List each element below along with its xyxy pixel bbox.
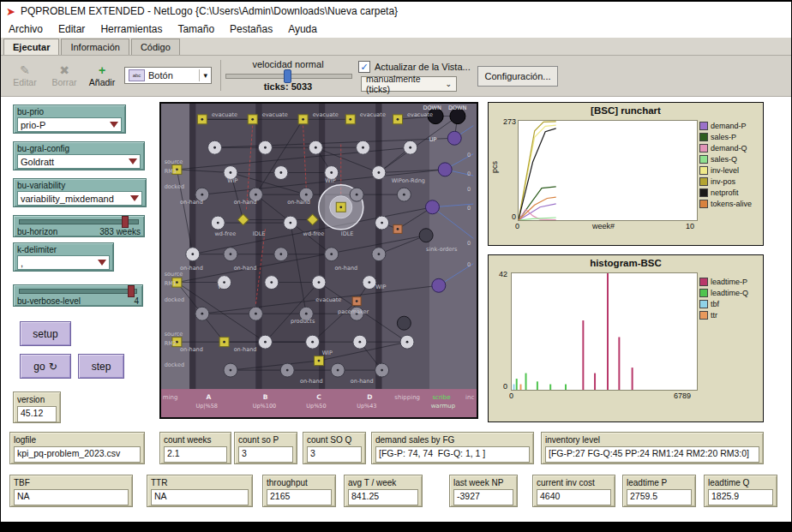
world-label: evacuate (262, 111, 288, 118)
chooser-value: , (21, 258, 23, 268)
go-button-label: go (33, 361, 45, 373)
chooser-label: bu-variability (17, 181, 142, 190)
world-label: source (165, 331, 183, 338)
world-node-dot (279, 253, 282, 255)
monitor-label: count so P (238, 435, 293, 445)
legend-swatch (699, 133, 708, 141)
edit-widget-button[interactable]: ✎ Editar (6, 58, 44, 93)
chooser-value: prio-P (21, 120, 45, 130)
monitor-avg-t-week: avg T / week 841.25 (344, 475, 423, 507)
slider-track[interactable] (19, 219, 139, 224)
speed-slider[interactable] (225, 74, 352, 79)
monitor-label: TBF (14, 478, 129, 487)
view-updates-checkbox[interactable]: ✓ (358, 61, 370, 73)
world-node-dot (279, 171, 282, 174)
world-node-dot (289, 222, 291, 224)
legend-swatch (699, 200, 708, 208)
world-node-dot (201, 194, 203, 196)
tab-informacion[interactable]: Información (61, 39, 129, 55)
monitor-label: logfile (14, 435, 141, 445)
chevron-down-icon: ▾ (203, 71, 207, 80)
monitor-value: 2.1 (164, 446, 227, 463)
menu-herramientas[interactable]: Herramientas (93, 21, 170, 37)
world-node-dot (378, 253, 381, 255)
monitor-count-so-p: count so P 3 (234, 432, 297, 464)
add-widget-button[interactable]: + Añadir (83, 58, 121, 93)
slider-track[interactable] (19, 289, 137, 294)
world-node-dot (311, 341, 314, 344)
strip-text: inc (465, 394, 474, 401)
y-axis-label: pcs (490, 161, 499, 173)
world-label: docked (165, 296, 184, 303)
world-label: on-hand (334, 265, 357, 272)
chooser-bu-prio[interactable]: bu-prio prio-P (13, 105, 126, 134)
world-node-dot (302, 118, 304, 121)
world-label: on-hand (180, 265, 203, 272)
slider-bu-horizon[interactable]: bu-horizon 383 weeks (13, 215, 145, 237)
world-node-dot (403, 194, 405, 196)
legend-item: tbf (699, 298, 748, 309)
settings-button[interactable]: Configuración... (477, 66, 558, 87)
world-node-dot (356, 300, 358, 302)
world-label: docked (165, 362, 184, 368)
world-node-dot (381, 222, 383, 224)
world-view[interactable]: evacuateevacuateevacuateevacuateevacuate… (159, 102, 478, 419)
slider-handle[interactable] (122, 216, 129, 228)
chooser-label: k-delimiter (17, 245, 110, 254)
world-label: 0 (467, 170, 471, 177)
runchart-plot: [BSC] runchart 273 0 pcs 0 10 week# dema… (488, 102, 764, 246)
setup-button[interactable]: setup (20, 321, 71, 346)
world-node-circle (447, 131, 461, 145)
monitor-demand-sales: demand sales by FG [FG-P: 74, 74 FG-Q: 1… (371, 432, 534, 464)
world-label: pacemaker (338, 308, 369, 315)
legend-swatch (699, 311, 708, 320)
legend-item: inv-pos (699, 176, 752, 187)
world-label: evacuate (407, 111, 433, 118)
chooser-bu-variability[interactable]: bu-variability variability_mixdemand (13, 178, 147, 207)
slider-handle[interactable] (128, 285, 135, 297)
check-icon: ✓ (360, 63, 368, 71)
menu-ayuda[interactable]: Ayuda (280, 21, 325, 37)
plot-title: [BSC] runchart (489, 105, 763, 116)
dropdown-arrow-icon (110, 122, 118, 128)
x-min-label: 0 (509, 392, 513, 400)
chooser-k-delimiter[interactable]: k-delimiter , (13, 242, 114, 272)
go-button[interactable]: go ↻ (20, 354, 71, 379)
slider-bu-verbose-level[interactable]: bu-verbose-level 4 (13, 284, 143, 307)
world-label: on-hand (351, 378, 374, 385)
legend-swatch (699, 144, 708, 152)
menu-pestanas[interactable]: Pestañas (222, 21, 280, 37)
chooser-value: Goldratt (21, 157, 54, 167)
legend-item: sales-P (699, 131, 752, 142)
update-mode-dropdown[interactable]: manualmente (ticks) ⌄ (361, 76, 457, 92)
station-letter: A (206, 393, 211, 401)
widget-type-dropdown[interactable]: abc Botón ▾ (124, 67, 212, 84)
world-node-circle (397, 316, 411, 330)
world-node-dot (264, 341, 267, 344)
world-node-dot (230, 369, 232, 372)
monitor-value: 1825.9 (708, 489, 773, 505)
menu-archivo[interactable]: Archivo (1, 21, 51, 37)
tab-ejecutar[interactable]: Ejecutar (3, 39, 59, 55)
station-status: Up%50 (306, 403, 326, 409)
strip-text: warmup (431, 403, 456, 409)
menu-tamano[interactable]: Tamaño (170, 21, 222, 37)
chooser-label: bu-prio (17, 107, 122, 117)
slider-label: bu-verbose-level (17, 296, 81, 306)
world-node-dot (397, 118, 399, 121)
legend-swatch (699, 278, 708, 286)
monitor-value: 4640 (537, 489, 611, 505)
monitor-current-inv-cost: current inv cost 4640 (532, 475, 615, 507)
world-label: on-hand (300, 378, 323, 385)
world-label: sink-orders (426, 246, 458, 253)
menu-editar[interactable]: Editar (51, 21, 93, 37)
tab-codigo[interactable]: Código (131, 39, 180, 55)
world-node-dot (191, 253, 194, 255)
edit-widget-label: Editar (13, 77, 36, 87)
chooser-bu-gral-config[interactable]: bu-gral-config Goldratt (13, 141, 145, 170)
monitor-leadtime-p: leadtime P 2759.5 (622, 475, 696, 507)
delete-widget-label: Borrar (51, 77, 76, 87)
world-node-circle (419, 229, 433, 242)
step-button[interactable]: step (78, 354, 124, 379)
delete-widget-button[interactable]: ✖ Borrar (45, 58, 83, 93)
